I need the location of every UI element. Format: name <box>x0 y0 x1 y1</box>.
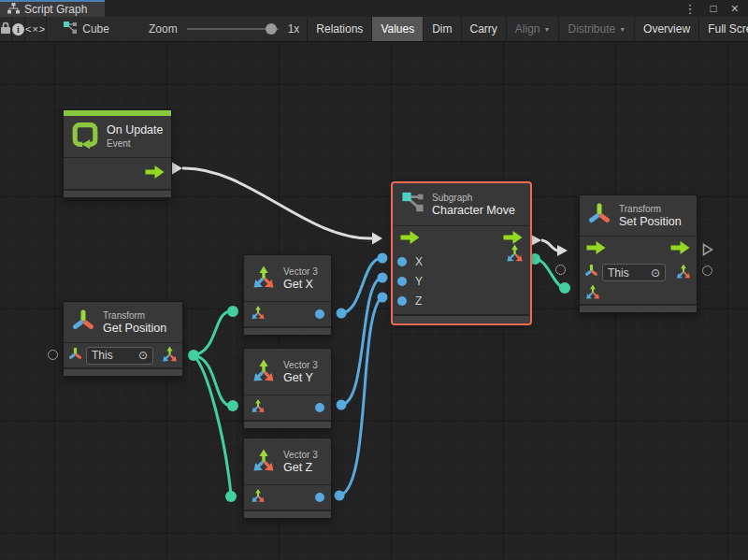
unconnected-input-port[interactable] <box>48 350 58 360</box>
info-button[interactable]: i <box>12 17 25 41</box>
float-output-port[interactable] <box>315 309 324 319</box>
vector3-output-port-icon[interactable] <box>675 263 692 283</box>
vector3-output-port-icon[interactable] <box>505 243 525 266</box>
node-get-z[interactable]: Vector 3 Get Z <box>243 438 332 519</box>
vector3-icon <box>252 448 276 476</box>
carry-button[interactable]: Carry <box>461 17 506 41</box>
dim-button[interactable]: Dim <box>423 17 460 41</box>
graph-target-selector[interactable]: Cube <box>47 17 122 41</box>
target-field-value: This <box>608 266 629 280</box>
window-controls: ⋮ □ × <box>684 0 748 17</box>
vector3-input-port-icon[interactable] <box>251 398 266 417</box>
unconnected-input-port[interactable] <box>555 265 566 275</box>
wire-vector-getposition-to-getx[interactable] <box>188 306 238 361</box>
more-menu-icon[interactable]: ⋮ <box>684 3 697 15</box>
tab-title: Script Graph <box>24 3 87 16</box>
vector3-icon <box>252 265 276 293</box>
chevron-down-icon: ▼ <box>544 26 551 33</box>
graph-hierarchy-icon <box>7 3 20 17</box>
node-footer <box>244 420 331 428</box>
vector3-input-port-icon[interactable] <box>251 305 266 323</box>
node-get-y[interactable]: Vector 3 Get Y <box>243 348 332 429</box>
fullscreen-button[interactable]: Full Screen <box>698 17 748 41</box>
wire-float-getx-to-x[interactable] <box>337 253 388 319</box>
node-set-position[interactable]: Transform Set Position This ⊙ <box>579 194 698 313</box>
port-label-y: Y <box>415 275 423 288</box>
node-character-move[interactable]: Subgraph Character Move X Y <box>393 183 530 323</box>
node-category: Subgraph <box>432 192 515 204</box>
distribute-button[interactable]: Distribute▼ <box>558 17 634 41</box>
node-get-x[interactable]: Vector 3 Get X <box>243 254 332 336</box>
dim-label: Dim <box>432 22 452 36</box>
flow-input-port[interactable] <box>586 241 606 258</box>
transform-icon <box>587 202 611 230</box>
script-graph-window: Script Graph ⋮ □ × i <×> Cube Zoom <box>0 0 748 560</box>
zoom-slider-track <box>187 28 279 30</box>
wire-flow-onupdate-to-charactermove[interactable] <box>172 163 382 245</box>
node-category: Event <box>107 137 163 150</box>
node-title: Get Position <box>103 322 166 336</box>
float-output-port[interactable] <box>315 403 324 412</box>
target-object-field[interactable]: This ⊙ <box>602 264 666 281</box>
transform-port-icon[interactable] <box>584 264 598 281</box>
node-title: Set Position <box>619 215 682 229</box>
float-input-port-y[interactable] <box>397 277 407 286</box>
node-category: Vector 3 <box>283 359 318 371</box>
float-input-port-x[interactable] <box>397 257 407 266</box>
overview-button[interactable]: Overview <box>634 17 698 41</box>
subgraph-icon <box>401 192 424 218</box>
values-button[interactable]: Values <box>371 17 423 41</box>
object-picker-icon[interactable]: ⊙ <box>651 267 660 279</box>
close-icon[interactable]: × <box>731 2 739 15</box>
node-title: Get Y <box>283 371 318 385</box>
distribute-label: Distribute <box>568 22 615 36</box>
chevron-down-icon: ▼ <box>619 26 626 33</box>
float-input-port-z[interactable] <box>397 296 407 306</box>
port-label-x: X <box>415 255 423 268</box>
node-footer <box>394 314 529 323</box>
vector3-output-port-icon[interactable] <box>161 345 179 366</box>
code-view-button[interactable]: <×> <box>25 17 47 41</box>
vector3-input-port-icon[interactable] <box>584 283 601 304</box>
node-category: Transform <box>619 203 682 215</box>
node-category: Vector 3 <box>283 449 318 461</box>
object-picker-icon[interactable]: ⊙ <box>138 350 148 361</box>
vector3-input-port-icon[interactable] <box>251 488 266 507</box>
align-button[interactable]: Align▼ <box>506 17 559 41</box>
tab-bar: Script Graph ⋮ □ × <box>0 0 748 17</box>
unconnected-output-port[interactable] <box>702 266 712 276</box>
tab-script-graph[interactable]: Script Graph <box>0 0 105 17</box>
vector3-icon <box>252 358 276 386</box>
node-footer <box>64 367 182 376</box>
node-get-position[interactable]: Transform Get Position This ⊙ <box>63 301 183 377</box>
graph-canvas[interactable]: On Update Event Transform Get Position <box>0 42 748 560</box>
overview-label: Overview <box>643 22 690 36</box>
zoom-slider[interactable] <box>187 22 279 36</box>
align-label: Align <box>515 22 540 36</box>
node-footer <box>244 326 331 335</box>
float-output-port[interactable] <box>315 493 324 502</box>
unconnected-flow-output-port[interactable] <box>702 243 713 260</box>
port-label-z: Z <box>415 294 422 308</box>
node-category: Vector 3 <box>283 266 318 278</box>
zoom-slider-knob[interactable] <box>266 23 277 35</box>
info-icon: i <box>12 23 24 36</box>
wire-float-getz-to-z[interactable] <box>335 293 388 501</box>
flow-output-port[interactable] <box>670 241 690 258</box>
carry-label: Carry <box>470 22 497 36</box>
wire-vector-getposition-to-getz[interactable] <box>194 355 237 502</box>
wire-flow-charactermove-to-setposition[interactable] <box>531 235 568 256</box>
node-footer <box>244 510 331 518</box>
zoom-value: 1x <box>288 22 300 36</box>
wire-vector-charactermove-to-setposition[interactable] <box>529 253 570 294</box>
lock-button[interactable] <box>0 17 12 41</box>
target-object-field[interactable]: This ⊙ <box>86 347 153 365</box>
flow-output-port[interactable] <box>145 165 165 182</box>
node-title: On Update <box>107 123 163 137</box>
flow-input-port[interactable] <box>400 231 420 248</box>
transform-port-icon[interactable] <box>68 347 82 365</box>
node-on-update[interactable]: On Update Event <box>63 109 172 198</box>
maximize-icon[interactable]: □ <box>711 3 717 14</box>
relations-button[interactable]: Relations <box>307 17 371 41</box>
graph-target-label: Cube <box>82 22 109 36</box>
